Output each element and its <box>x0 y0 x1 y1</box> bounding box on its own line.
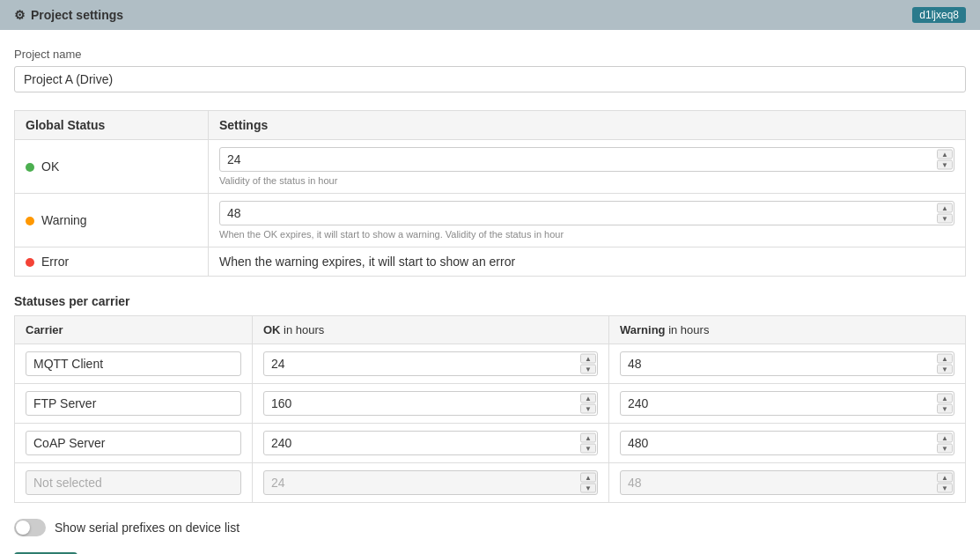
spin-btns: ▲ ▼ <box>580 473 596 493</box>
spin-down: ▼ <box>937 484 953 493</box>
carrier-warning-cell: ▲ ▼ <box>609 424 966 463</box>
global-status-section: Global Status Settings OK ▲ ▼ Validity o… <box>14 110 966 277</box>
carrier-input <box>26 470 241 495</box>
table-row: ▲ ▼ ▲ ▼ <box>15 384 966 424</box>
spin-up[interactable]: ▲ <box>937 433 953 443</box>
status-label: Error <box>41 255 69 269</box>
number-input-wrap: ▲ ▼ <box>263 391 598 416</box>
serial-prefix-toggle[interactable] <box>14 519 46 536</box>
settings-cell: ▲ ▼ When the OK expires, it will start t… <box>209 194 966 247</box>
spin-up[interactable]: ▲ <box>937 150 953 159</box>
status-label: OK <box>41 159 59 174</box>
spin-down: ▼ <box>580 484 596 493</box>
status-dot-error <box>26 258 34 267</box>
carrier-warning-input[interactable] <box>620 351 954 376</box>
global-status-col2-header: Settings <box>209 111 966 140</box>
spin-down[interactable]: ▼ <box>580 365 596 374</box>
status-hours-input[interactable] <box>219 147 954 172</box>
spin-up[interactable]: ▲ <box>580 394 596 403</box>
spin-btns: ▲ ▼ <box>937 394 953 414</box>
error-hint: When the warning expires, it will start … <box>219 255 515 269</box>
project-name-input[interactable] <box>14 66 966 92</box>
table-row: ErrorWhen the warning expires, it will s… <box>15 247 966 277</box>
carrier-input[interactable] <box>26 391 241 416</box>
carrier-ok-input[interactable] <box>263 431 598 455</box>
number-input-wrap: ▲ ▼ <box>620 431 954 455</box>
carriers-section-title: Statuses per carrier <box>14 294 966 308</box>
carrier-ok-bold: OK <box>263 323 281 336</box>
spin-up: ▲ <box>580 473 596 483</box>
spin-btns: ▲ ▼ <box>580 433 596 454</box>
status-hint: When the OK expires, it will start to sh… <box>219 229 954 240</box>
carrier-col1-header: Carrier <box>15 316 253 344</box>
page-content: Project name Global Status Settings OK ▲ <box>0 30 980 554</box>
carrier-table: Carrier OK in hours Warning in hours ▲ <box>14 315 966 503</box>
project-badge: d1ljxeq8 <box>912 7 966 23</box>
spin-up[interactable]: ▲ <box>580 433 596 443</box>
number-input-wrap: ▲ ▼ <box>219 201 954 225</box>
toggle-label: Show serial prefixes on device list <box>55 521 239 535</box>
carrier-col2-header: OK in hours <box>253 316 609 344</box>
status-cell: Error <box>15 247 209 277</box>
project-name-section: Project name <box>14 48 966 92</box>
global-status-col1-header: Global Status <box>15 111 209 140</box>
carrier-ok-input[interactable] <box>263 351 598 376</box>
table-row: ▲ ▼ ▲ ▼ <box>15 344 966 384</box>
carrier-input[interactable] <box>26 431 241 455</box>
title-bar: ⚙ Project settings d1ljxeq8 <box>0 0 980 30</box>
table-row: ▲ ▼ ▲ ▼ <box>15 463 966 503</box>
project-name-label: Project name <box>14 48 966 61</box>
table-row: Warning ▲ ▼ When the OK expires, it will… <box>15 194 966 247</box>
spin-up[interactable]: ▲ <box>580 354 596 364</box>
status-cell: Warning <box>15 194 209 247</box>
spin-up[interactable]: ▲ <box>937 203 953 213</box>
page-container: ⚙ Project settings d1ljxeq8 Project name… <box>0 0 980 554</box>
carrier-input[interactable] <box>26 351 241 376</box>
carrier-warning-input[interactable] <box>620 431 954 455</box>
spin-up[interactable]: ▲ <box>937 394 953 403</box>
title-bar-text: ⚙ Project settings <box>14 8 123 22</box>
table-row: OK ▲ ▼ Validity of the status in hour <box>15 140 966 194</box>
spin-btns: ▲ ▼ <box>937 150 953 170</box>
number-input-wrap: ▲ ▼ <box>620 470 954 495</box>
spin-btns: ▲ ▼ <box>937 203 953 224</box>
carrier-name-cell <box>15 344 253 384</box>
spin-down[interactable]: ▼ <box>580 404 596 414</box>
spin-down[interactable]: ▼ <box>937 365 953 374</box>
carrier-warning-normal: in hours <box>666 323 710 336</box>
carrier-warning-input[interactable] <box>620 391 954 416</box>
gear-icon: ⚙ <box>14 8 26 22</box>
settings-cell: ▲ ▼ Validity of the status in hour <box>209 140 966 194</box>
page-title: Project settings <box>31 8 123 22</box>
settings-cell: When the warning expires, it will start … <box>209 247 966 277</box>
table-row: ▲ ▼ ▲ ▼ <box>15 424 966 463</box>
spin-btns: ▲ ▼ <box>937 354 953 374</box>
spin-up[interactable]: ▲ <box>937 354 953 364</box>
carrier-col3-header: Warning in hours <box>609 316 966 344</box>
status-cell: OK <box>15 140 209 194</box>
carrier-ok-cell: ▲ ▼ <box>253 463 609 503</box>
spin-down[interactable]: ▼ <box>580 444 596 454</box>
spin-down[interactable]: ▼ <box>937 160 953 170</box>
spin-down[interactable]: ▼ <box>937 214 953 224</box>
spin-btns: ▲ ▼ <box>937 433 953 454</box>
carrier-ok-cell: ▲ ▼ <box>253 424 609 463</box>
status-hint: Validity of the status in hour <box>219 175 954 186</box>
global-status-table: Global Status Settings OK ▲ ▼ Validity o… <box>14 110 966 277</box>
carrier-warning-input <box>620 470 954 495</box>
carrier-ok-input[interactable] <box>263 391 598 416</box>
carrier-warning-cell: ▲ ▼ <box>609 463 966 503</box>
spin-down[interactable]: ▼ <box>937 444 953 454</box>
number-input-wrap: ▲ ▼ <box>263 351 598 376</box>
spin-up: ▲ <box>937 473 953 483</box>
spin-down[interactable]: ▼ <box>937 404 953 414</box>
number-input-wrap: ▲ ▼ <box>620 351 954 376</box>
spin-btns: ▲ ▼ <box>580 354 596 374</box>
spin-btns: ▲ ▼ <box>580 394 596 414</box>
carrier-name-cell <box>15 384 253 424</box>
carrier-ok-cell: ▲ ▼ <box>253 344 609 384</box>
carrier-ok-input <box>263 470 598 495</box>
status-hours-input[interactable] <box>219 201 954 225</box>
toggle-row: Show serial prefixes on device list <box>14 519 966 536</box>
number-input-wrap: ▲ ▼ <box>620 391 954 416</box>
